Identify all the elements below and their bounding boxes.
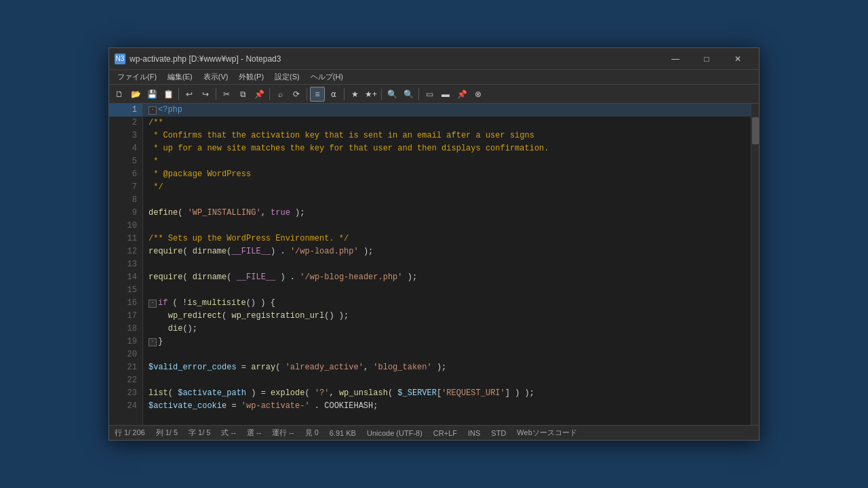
minimize-button[interactable]: —: [660, 48, 691, 70]
line-num-16: 16: [109, 297, 142, 310]
copy-button[interactable]: ⧉: [235, 87, 250, 102]
status-lineend: CR+LF: [433, 429, 457, 437]
line-num-12: 12: [109, 245, 142, 258]
line-num-13: 13: [109, 258, 142, 271]
sep4: [307, 88, 307, 100]
code-line-16: -if ( !is_multisite() ) {: [143, 297, 751, 310]
line-num-2: 2: [109, 117, 142, 129]
code-editor[interactable]: -<?php /** * Confirms that the activatio…: [143, 104, 751, 425]
line-num-4: 4: [109, 142, 142, 155]
status-size: 6.91 KB: [330, 429, 356, 437]
bookmarkadd-button[interactable]: ★+: [363, 87, 378, 102]
toolbar: 🗋 📂 💾 📋 ↩ ↪ ✂ ⧉ 📌 ⌕ ⟳ ≡ ⍺ ★ ★+ 🔍 🔍 ▭ ▬ 📌…: [109, 85, 759, 104]
code-line-4: * up for a new site matches the key for …: [143, 142, 751, 155]
line-num-20: 20: [109, 348, 142, 361]
fold-1[interactable]: -: [149, 106, 157, 115]
line-num-17: 17: [109, 310, 142, 323]
wordwrap-button[interactable]: ≡: [310, 87, 325, 102]
save-button[interactable]: 💾: [144, 87, 159, 102]
sep7: [418, 88, 419, 100]
line-num-6: 6: [109, 168, 142, 181]
pin-button[interactable]: 📌: [454, 87, 469, 102]
line-num-24: 24: [109, 400, 142, 413]
code-line-1: -<?php: [143, 104, 751, 117]
vertical-scrollbar[interactable]: [751, 104, 759, 425]
code-line-23: list( $activate_path ) = explode( '?', w…: [143, 387, 751, 400]
encode-button[interactable]: ⍺: [326, 87, 341, 102]
fold-19[interactable]: -: [149, 338, 157, 346]
sep2: [216, 88, 216, 100]
code-line-24: $activate_cookie = 'wp-activate-' . COOK…: [143, 400, 751, 413]
code-line-14: require( dirname( __FILE__ ) . '/wp-blog…: [143, 271, 751, 284]
paste-button[interactable]: 📌: [252, 87, 267, 102]
code-line-8: [143, 194, 751, 207]
status-view: 見 0: [305, 428, 319, 438]
status-position: 行 1/ 206: [115, 428, 145, 438]
status-char: 字 1/ 5: [189, 428, 210, 438]
menu-edit[interactable]: 編集(E): [162, 70, 198, 83]
menu-bar: ファイル(F) 編集(E) 表示(V) 外観(P) 設定(S) ヘルプ(H): [109, 70, 759, 85]
window-controls: — □ ✕: [660, 48, 753, 70]
line-num-3: 3: [109, 129, 142, 142]
scrollbar-thumb[interactable]: [752, 117, 759, 144]
linewrap-button[interactable]: ▭: [422, 87, 437, 102]
editor-area: 1 2 3 4 5 6 7 8 9 10 11 12 13 14 15 16 1…: [109, 104, 759, 425]
code-line-17: wp_redirect( wp_registration_url() );: [143, 310, 751, 323]
line-num-7: 7: [109, 181, 142, 194]
line-num-11: 11: [109, 232, 142, 245]
fold-16[interactable]: -: [149, 300, 157, 308]
menu-appearance[interactable]: 外観(P): [233, 70, 269, 83]
menu-help[interactable]: ヘルプ(H): [305, 70, 349, 83]
cut-button[interactable]: ✂: [219, 87, 234, 102]
code-line-11: /** Sets up the WordPress Environment. *…: [143, 232, 751, 245]
title-bar: N3 wp-activate.php [D:¥www¥wp] - Notepad…: [109, 48, 759, 70]
open-button[interactable]: 📂: [128, 87, 143, 102]
status-ins: INS: [468, 429, 480, 437]
menu-view[interactable]: 表示(V): [198, 70, 234, 83]
app-icon: N3: [115, 54, 125, 64]
line-num-23: 23: [109, 387, 142, 400]
new-button[interactable]: 🗋: [112, 87, 127, 102]
code-line-2: /**: [143, 117, 751, 129]
redo-button[interactable]: ↪: [198, 87, 213, 102]
line-num-14: 14: [109, 271, 142, 284]
sep6: [381, 88, 382, 100]
code-line-15: [143, 284, 751, 297]
menu-settings[interactable]: 設定(S): [269, 70, 305, 83]
code-line-6: * @package WordPress: [143, 168, 751, 181]
findprev-button[interactable]: 🔍: [384, 87, 399, 102]
line-numbers: 1 2 3 4 5 6 7 8 9 10 11 12 13 14 15 16 1…: [109, 104, 143, 425]
bookmark-button[interactable]: ★: [347, 87, 362, 102]
find-button[interactable]: ⌕: [273, 87, 288, 102]
status-formula: 式 --: [221, 428, 235, 438]
undo-button[interactable]: ↩: [182, 87, 197, 102]
maximize-button[interactable]: □: [691, 48, 722, 70]
line-num-9: 9: [109, 207, 142, 220]
status-mode: Webソースコード: [517, 428, 576, 438]
status-run: 運行 --: [272, 428, 294, 438]
code-line-22: [143, 374, 751, 387]
saveas-button[interactable]: 📋: [161, 87, 176, 102]
status-col: 列 1/ 5: [156, 428, 178, 438]
code-line-7: */: [143, 181, 751, 194]
code-line-20: [143, 348, 751, 361]
code-line-5: *: [143, 155, 751, 168]
line-num-10: 10: [109, 220, 142, 232]
close-button[interactable]: ✕: [722, 48, 753, 70]
block-button[interactable]: ▬: [438, 87, 453, 102]
code-line-10: [143, 220, 751, 232]
menu-file[interactable]: ファイル(F): [112, 70, 162, 83]
main-window: N3 wp-activate.php [D:¥www¥wp] - Notepad…: [108, 47, 760, 441]
status-sel: 選 --: [247, 428, 261, 438]
line-num-15: 15: [109, 284, 142, 297]
line-num-5: 5: [109, 155, 142, 168]
findnext-button[interactable]: 🔍: [401, 87, 416, 102]
window-title: wp-activate.php [D:¥www¥wp] - Notepad3: [130, 54, 660, 64]
code-line-9: define( 'WP_INSTALLING', true );: [143, 207, 751, 220]
status-encoding: Unicode (UTF-8): [367, 429, 422, 437]
replace-button[interactable]: ⟳: [289, 87, 304, 102]
line-num-21: 21: [109, 361, 142, 374]
code-line-18: die();: [143, 323, 751, 336]
close-toolbar-button[interactable]: ⊗: [471, 87, 486, 102]
code-line-3: * Confirms that the activation key that …: [143, 129, 751, 142]
